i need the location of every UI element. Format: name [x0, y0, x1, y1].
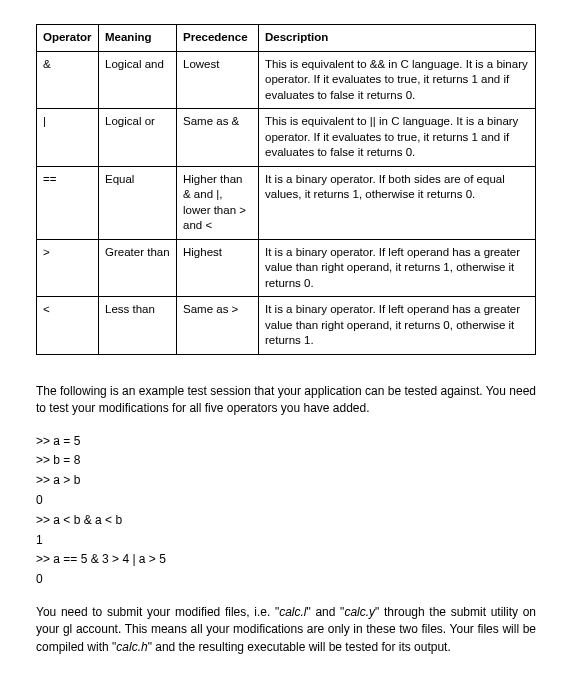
session-line: 1	[36, 531, 536, 551]
session-line: 0	[36, 491, 536, 511]
cell-meaning: Less than	[99, 297, 177, 355]
session-line: >> a == 5 & 3 > 4 | a > 5	[36, 550, 536, 570]
cell-precedence: Same as &	[177, 109, 259, 167]
outro-text: " and the resulting executable will be t…	[148, 640, 451, 654]
cell-meaning: Logical and	[99, 51, 177, 109]
cell-description: This is equivalent to || in C language. …	[259, 109, 536, 167]
outro-text: " and "	[307, 605, 345, 619]
cell-meaning: Greater than	[99, 239, 177, 297]
test-session-block: >> a = 5 >> b = 8 >> a > b 0 >> a < b & …	[36, 432, 536, 590]
cell-precedence: Same as >	[177, 297, 259, 355]
table-header-row: Operator Meaning Precedence Description	[37, 25, 536, 52]
header-meaning: Meaning	[99, 25, 177, 52]
cell-operator: ==	[37, 166, 99, 239]
cell-operator: <	[37, 297, 99, 355]
operators-table: Operator Meaning Precedence Description …	[36, 24, 536, 355]
filename-calc-h: calc.h	[116, 640, 147, 654]
cell-operator: |	[37, 109, 99, 167]
cell-operator: >	[37, 239, 99, 297]
cell-operator: &	[37, 51, 99, 109]
table-row: > Greater than Highest It is a binary op…	[37, 239, 536, 297]
session-line: 0	[36, 570, 536, 590]
intro-paragraph: The following is an example test session…	[36, 383, 536, 418]
header-operator: Operator	[37, 25, 99, 52]
cell-description: It is a binary operator. If left operand…	[259, 297, 536, 355]
session-line: >> b = 8	[36, 451, 536, 471]
cell-precedence: Higher than & and |, lower than > and <	[177, 166, 259, 239]
cell-precedence: Highest	[177, 239, 259, 297]
header-precedence: Precedence	[177, 25, 259, 52]
header-description: Description	[259, 25, 536, 52]
table-row: | Logical or Same as & This is equivalen…	[37, 109, 536, 167]
filename-calc-l: calc.l	[279, 605, 306, 619]
cell-description: It is a binary operator. If left operand…	[259, 239, 536, 297]
cell-precedence: Lowest	[177, 51, 259, 109]
cell-meaning: Logical or	[99, 109, 177, 167]
session-line: >> a > b	[36, 471, 536, 491]
table-row: < Less than Same as > It is a binary ope…	[37, 297, 536, 355]
cell-description: It is a binary operator. If both sides a…	[259, 166, 536, 239]
outro-text: You need to submit your modified files, …	[36, 605, 279, 619]
table-row: & Logical and Lowest This is equivalent …	[37, 51, 536, 109]
outro-paragraph: You need to submit your modified files, …	[36, 604, 536, 656]
session-line: >> a < b & a < b	[36, 511, 536, 531]
session-line: >> a = 5	[36, 432, 536, 452]
table-row: == Equal Higher than & and |, lower than…	[37, 166, 536, 239]
cell-description: This is equivalent to && in C language. …	[259, 51, 536, 109]
filename-calc-y: calc.y	[344, 605, 375, 619]
cell-meaning: Equal	[99, 166, 177, 239]
